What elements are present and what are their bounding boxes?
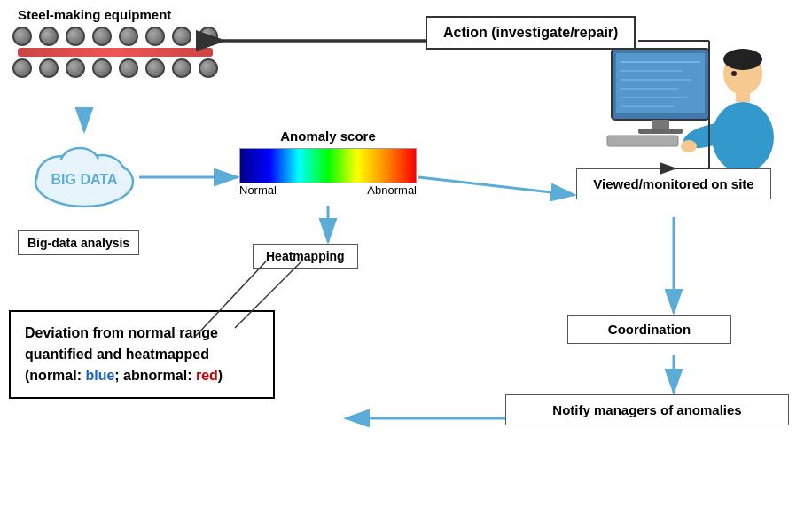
person-at-computer <box>603 40 780 182</box>
bigdata-analysis-box: Big-data analysis <box>18 230 139 255</box>
svg-line-33 <box>418 177 574 195</box>
roller <box>66 27 85 46</box>
roller-bar <box>18 48 213 57</box>
cloud-big-data: BIG DATA <box>27 133 142 216</box>
svg-point-22 <box>731 71 737 76</box>
svg-point-21 <box>723 49 762 70</box>
anomaly-section: Anomaly score Normal Abnormal <box>239 129 417 197</box>
deviation-line3: (normal: <box>25 368 85 383</box>
deviation-semi: ; abnormal: <box>114 368 196 383</box>
roller <box>172 27 191 46</box>
notify-managers-box: Notify managers of anomalies <box>505 394 789 425</box>
abnormal-label: Abnormal <box>367 183 417 197</box>
svg-rect-18 <box>638 129 683 134</box>
svg-rect-19 <box>607 136 678 146</box>
heatmapping-box: Heatmapping <box>253 244 358 269</box>
roller <box>39 27 59 46</box>
normal-abnormal-labels: Normal Abnormal <box>239 183 417 197</box>
svg-rect-23 <box>736 91 750 102</box>
deviation-callout-box: Deviation from normal range quantified a… <box>9 310 275 399</box>
steel-equipment-label: Steel-making equipment <box>18 7 171 22</box>
viewed-monitored-box: Viewed/monitored on site <box>576 168 771 199</box>
roller <box>66 58 85 78</box>
deviation-line1: Deviation from normal range <box>25 325 218 340</box>
roller <box>39 58 59 78</box>
roller <box>12 58 32 78</box>
deviation-blue: blue <box>85 368 114 383</box>
roller <box>199 27 218 46</box>
svg-point-26 <box>681 140 697 152</box>
normal-label: Normal <box>239 183 277 197</box>
diagram-container: Steel-making equipment <box>0 0 812 530</box>
svg-text:BIG DATA: BIG DATA <box>51 172 118 187</box>
roller <box>12 27 32 46</box>
deviation-close: ) <box>218 368 223 383</box>
roller <box>92 58 112 78</box>
roller <box>172 58 191 78</box>
roller <box>145 58 165 78</box>
deviation-line2: quantified and heatmapped <box>25 347 209 362</box>
deviation-red: red <box>196 368 218 383</box>
roller <box>119 58 138 78</box>
anomaly-score-label: Anomaly score <box>239 129 417 144</box>
steel-equipment-visual <box>9 27 222 106</box>
roller <box>199 58 218 78</box>
roller <box>92 27 112 46</box>
coordination-box: Coordination <box>567 315 731 344</box>
roller <box>119 27 138 46</box>
anomaly-gradient-bar <box>239 148 417 183</box>
roller <box>145 27 165 46</box>
